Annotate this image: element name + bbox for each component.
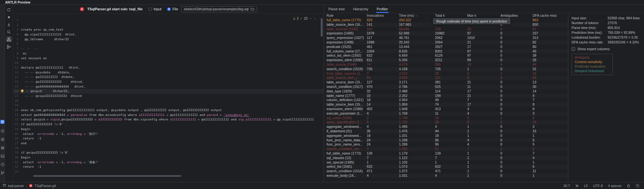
profiler-row[interactable]: search_condition (1516)4711.0724711011 (327, 169, 568, 174)
code-line[interactable]: 13 —— —— @a2222222222 dtdate, (13, 75, 324, 80)
show-expert-columns-checkbox[interactable]: Show expert columns (572, 47, 644, 51)
lock-open-icon[interactable] (627, 184, 630, 188)
tab-profiler[interactable]: Profiler (377, 5, 388, 13)
profiler-row[interactable]: func_proc_name_serv...241.28995405 (327, 142, 568, 147)
code-line[interactable]: 6 (13, 42, 324, 46)
code-line[interactable]: 29if @vipa333333333333 !='0' (13, 150, 324, 155)
column-header[interactable]: Max k (467, 13, 500, 18)
intention-bulb-icon[interactable] (21, 90, 24, 92)
profiler-row[interactable]: if_statement (31)351.476441015 (327, 129, 568, 134)
find-icon[interactable] (6, 29, 12, 35)
profiler-row[interactable]: table_sources (1542)14158.84671818497 (327, 27, 568, 32)
profiler-row[interactable]: column_definition (1421)182.06449707 (327, 98, 568, 102)
column-header[interactable]: Ambiguities (500, 13, 533, 18)
breadcrumb-file[interactable]: TSqlParser.g4 (34, 184, 56, 188)
code-line[interactable]: 30begin (13, 155, 324, 160)
profiler-row[interactable]: table_source_item (15...141.959741708 (327, 102, 568, 107)
profiler-row[interactable]: table_source (1544)744.67938518446 (327, 62, 568, 67)
column-header[interactable]: Total k (435, 13, 467, 18)
profiler-row[interactable]: full_table_name (1773)1391.179139107 (327, 151, 568, 156)
code-line[interactable]: 33 (13, 169, 324, 174)
profiler-row[interactable]: execute_body (18...41.0314101 (327, 174, 568, 178)
hierarchy-icon[interactable] (6, 36, 12, 42)
profiler-row[interactable]: aggregate_windowed...41.4954103 (327, 125, 568, 129)
profiler-row[interactable]: query_expression (1527)11748.76120621910… (327, 36, 568, 40)
profiler-row[interactable]: search_condition (1519)7354.1587351031 (327, 67, 568, 71)
code-line[interactable]: 7-- -- -- (13, 46, 324, 51)
run-icon[interactable] (0, 129, 5, 133)
tab-parse-tree[interactable]: Parse tree (328, 5, 345, 13)
antlr-preview-icon[interactable] (0, 120, 5, 124)
profiler-row[interactable]: aggregate_windowed...181.33118101 (327, 134, 568, 138)
profiler-row[interactable]: execute_parameter (1...41.75811403 (327, 111, 568, 116)
profiler-row[interactable]: select_list (1581)6321.073632106 (327, 165, 568, 169)
line-ending[interactable]: LF (584, 184, 588, 188)
profiler-row[interactable]: predicate (1525)46113.444292717080 (327, 45, 568, 49)
code-line[interactable]: 21select @a444444444444444 = paravalue f… (13, 113, 324, 118)
column-header[interactable]: Rule (327, 13, 367, 18)
previous-problem-icon[interactable] (309, 17, 312, 20)
profiler-row[interactable]: query_specification (1...51.732289215 (327, 120, 568, 125)
profiler-row[interactable]: func_proc_name_data...241.29895405 (327, 138, 568, 143)
tab-hierarchy[interactable]: Hierarchy (353, 5, 368, 13)
profiler-row[interactable]: full_column_name (17...10948.63583019704… (327, 49, 568, 54)
code-line[interactable]: 18 (13, 99, 324, 103)
profiler-row[interactable]: set_special (1485)11.1051101 (327, 160, 568, 165)
structure-icon[interactable] (6, 44, 12, 50)
code-line[interactable]: 27end (13, 141, 324, 146)
code-line[interactable]: 12 —— —— @sysdate dtdate, (13, 70, 324, 75)
sql-editor[interactable]: 123create proc up_com_test4 @p_vipa11111… (13, 14, 324, 182)
code-line[interactable]: 14 —— —— @a333333333333 dtkind, (13, 80, 324, 84)
editor-horizontal-scrollbar[interactable] (33, 175, 181, 177)
code-line[interactable]: 15 —— —— @a4444444444444444 dtint, (13, 84, 324, 89)
code-line[interactable]: 31 select errorcode = -1, errormsg = '准备… (13, 160, 324, 165)
file-path-field[interactable]: ebelice/Github/tsql-parser/examples/big.… (181, 6, 257, 12)
profiler-row[interactable]: sql_union (1545)21.74816516 (327, 116, 568, 120)
code-line[interactable]: 8 as (13, 51, 324, 56)
code-line[interactable]: 4 @p_vipa1111111111111 dtint, (13, 32, 324, 37)
highlighter-off-icon[interactable] (575, 184, 579, 188)
code-line[interactable]: 11declare @a1111111111111 dtint, (13, 65, 324, 70)
inspections-widget-icon[interactable] (636, 184, 639, 188)
code-line[interactable]: 5 @p_tblname dtchar32 (13, 37, 324, 42)
code-line[interactable]: 22select @vipid = vipid,@vipa33333333333… (13, 117, 324, 122)
code-line[interactable]: 16—— @vipid dtchar32, (13, 89, 324, 94)
problems-icon[interactable] (0, 162, 5, 166)
code-line[interactable]: 10 (13, 61, 324, 65)
code-line[interactable]: 20exec nb_com_getsysconfig @a11111111111… (13, 108, 324, 113)
code-line[interactable]: 9set nocount on (13, 56, 324, 61)
code-line[interactable]: 3create proc up_com_test (13, 27, 324, 32)
code-line[interactable]: 26 return -1 (13, 136, 324, 141)
code-line[interactable]: 28 (13, 146, 324, 151)
profiler-row[interactable]: expression (1498)199820.342206421082 (327, 40, 568, 45)
indent-style[interactable]: 4 spaces (608, 184, 621, 188)
column-header[interactable]: Time (ms) (399, 13, 435, 18)
profiler-row[interactable]: table_name (1777)332.2521992109 (327, 94, 568, 98)
caret-position[interactable]: 30:7 (564, 184, 570, 188)
profiler-row[interactable]: table_source_item (15...1273.17138121013 (327, 80, 568, 85)
column-header[interactable]: Invocations (367, 13, 399, 18)
code-line[interactable]: 17 —— —— @vipa333333333333 dtkind (13, 94, 324, 99)
code-line[interactable]: 19 (13, 103, 324, 108)
code-line[interactable]: 25 select errorcode = -1, errormsg = '执行… (13, 132, 324, 137)
folder-icon[interactable] (251, 7, 254, 11)
column-header[interactable]: DFA cache miss (533, 13, 568, 18)
layers-icon[interactable] (0, 146, 5, 150)
stop-icon[interactable] (6, 14, 12, 20)
profiler-row[interactable]: data_type (1829)322.48811417014 (327, 89, 568, 94)
profiler-row[interactable]: from_table_sources (1...74.012296119 (327, 71, 568, 76)
profiler-row[interactable]: table_source_item_j...633.6291128252 (327, 76, 568, 80)
next-problem-icon[interactable] (313, 17, 317, 20)
code-line[interactable]: 2 (13, 23, 324, 28)
scroll-to-source-icon[interactable] (6, 22, 12, 27)
encoding[interactable]: UTF-8 (593, 184, 603, 188)
inspection-widget[interactable]: ⚠2 ✓23 (293, 17, 317, 20)
profiler-row[interactable]: expression (1495)197852.99910982970237 (327, 31, 568, 36)
profiler-row[interactable]: expression_elem (1590)6115.266321199026 (327, 58, 568, 62)
antlr-circle-icon[interactable] (0, 137, 5, 141)
breadcrumb-project[interactable]: tsql-parser (8, 184, 24, 188)
code-line[interactable]: 23if @a333333333333 !='0' (13, 122, 324, 127)
input-radio[interactable]: Input (148, 7, 161, 11)
editor-vertical-scrollbar[interactable] (321, 18, 323, 37)
git-branch-icon[interactable] (0, 171, 5, 175)
